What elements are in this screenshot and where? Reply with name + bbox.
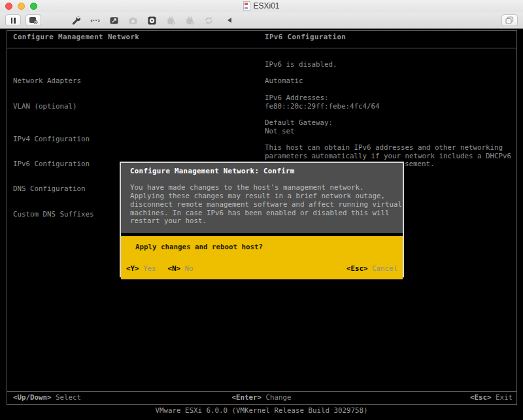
panel-title: IPv6 Configuration	[265, 33, 346, 42]
menu-item-dns: DNS Configuration	[13, 185, 94, 194]
cd-dvd-icon[interactable]	[146, 15, 158, 26]
dialog-body-section: Configure Management Network: Confirm Yo…	[121, 163, 403, 233]
pause-icon	[11, 18, 16, 24]
snapshot-button[interactable]	[25, 14, 41, 26]
overlap-windows-icon	[505, 16, 514, 24]
window-title: ESXi01	[0, 1, 523, 10]
titlebar[interactable]: ESXi01	[0, 0, 523, 12]
settings-wrench-icon[interactable]	[71, 15, 82, 26]
vm-toolbar: ‹··›	[0, 12, 523, 29]
esxi-console[interactable]: Configure Management Network IPv6 Config…	[0, 29, 523, 420]
network-adapter-icon[interactable]: ‹··›	[90, 15, 101, 26]
menu-item-vlan: VLAN (optional)	[13, 103, 94, 111]
esxi-version-footer: VMware ESXi 6.0.0 (VMKernel Release Buil…	[0, 407, 523, 415]
cancel-action[interactable]: <Esc> Cancel	[346, 265, 397, 273]
dialog-action-section: Apply changes and reboot host? <Y> Yes <…	[121, 236, 403, 279]
helpbar-divider	[7, 391, 516, 392]
page-title: Configure Management Network	[13, 33, 139, 42]
exit-hint: <Esc> Exit	[470, 394, 513, 402]
camera-icon	[127, 15, 139, 26]
collapse-toolbar-icon[interactable]	[224, 15, 235, 26]
change-hint: <Enter> Change	[231, 394, 291, 402]
menu-item-custom-dns: Custom DNS Suffixes	[13, 211, 94, 219]
hard-disk-icon[interactable]	[109, 15, 120, 26]
dialog-message: You have made changes to the host's mana…	[130, 184, 399, 226]
pause-vm-button[interactable]	[5, 14, 21, 26]
no-action[interactable]: <N> No	[168, 265, 194, 273]
vm-window: ESXi01 ‹··›	[0, 0, 523, 420]
menu-item-network-adapters: Network Adapters	[13, 77, 94, 86]
dialog-title: Configure Management Network: Confirm	[130, 167, 399, 176]
device-icons: ‹··›	[71, 15, 235, 26]
window-title-text: ESXi01	[253, 1, 279, 10]
menu-item-ipv6: IPv6 Configuration	[13, 160, 94, 169]
dialog-key-hints: <Y> Yes <N> No <Esc> Cancel	[126, 265, 397, 273]
usb-device-2-icon	[184, 15, 195, 26]
menu-item-ipv4: IPv4 Configuration	[13, 135, 94, 144]
usb-device-icon	[165, 15, 177, 26]
yes-action[interactable]: <Y> Yes	[126, 265, 156, 273]
help-bar: <Up/Down> Select <Enter> Change <Esc> Ex…	[7, 394, 516, 402]
vm-document-icon	[243, 1, 250, 10]
obscured-text-fragment: sement.	[405, 160, 435, 169]
snapshot-icon	[29, 16, 38, 24]
show-all-windows-button[interactable]	[501, 14, 518, 26]
dialog-question: Apply changes and reboot host?	[135, 243, 263, 252]
select-hint: <Up/Down> Select	[13, 394, 81, 402]
sync-icon	[203, 15, 214, 26]
confirm-dialog: Configure Management Network: Confirm Yo…	[120, 162, 404, 277]
ipv6-detail-panel: IPv6 is disabled. Automatic IPv6 Address…	[265, 61, 511, 160]
network-menu: Network Adapters VLAN (optional) IPv4 Co…	[13, 61, 94, 236]
header-divider	[7, 48, 516, 48]
